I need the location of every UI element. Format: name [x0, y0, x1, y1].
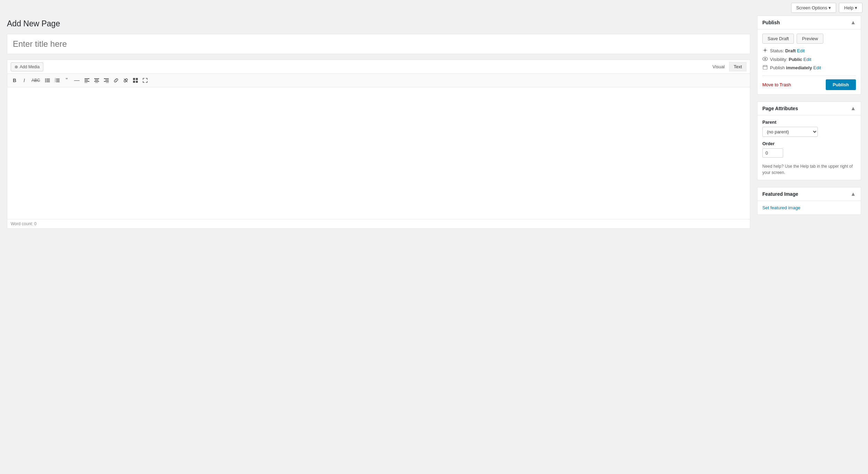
visibility-edit-link[interactable]: Edit — [804, 57, 811, 62]
featured-image-chevron-icon: ▲ — [850, 191, 856, 197]
help-chevron: ▾ — [855, 5, 857, 10]
add-media-label: Add Media — [20, 64, 39, 69]
svg-rect-19 — [95, 82, 98, 83]
link-button[interactable] — [112, 76, 121, 85]
status-edit-link[interactable]: Edit — [797, 48, 805, 53]
svg-rect-28 — [136, 81, 138, 83]
svg-point-35 — [764, 58, 766, 60]
table-button[interactable] — [131, 76, 140, 85]
page-title: Add New Page — [7, 16, 750, 28]
featured-image-header[interactable]: Featured Image ▲ — [758, 187, 861, 201]
order-input[interactable] — [762, 148, 783, 158]
page-attributes-title: Page Attributes — [762, 106, 798, 111]
visibility-row: Visibility: Public Edit — [762, 56, 856, 62]
svg-rect-27 — [133, 81, 135, 83]
title-input[interactable] — [7, 34, 750, 54]
help-button[interactable]: Help ▾ — [839, 3, 862, 13]
editor-toolbar: B I ABC 123 " — — [7, 74, 750, 87]
order-label: Order — [762, 141, 856, 146]
align-left-button[interactable] — [82, 76, 91, 85]
tab-text[interactable]: Text — [729, 62, 746, 71]
status-value: Draft — [785, 48, 796, 53]
svg-point-29 — [764, 49, 766, 51]
svg-rect-12 — [85, 78, 89, 79]
editor-tabs: Visual Text — [708, 62, 746, 71]
preview-button[interactable]: Preview — [797, 34, 823, 44]
svg-point-3 — [45, 79, 46, 80]
hr-button[interactable]: — — [72, 76, 82, 85]
svg-text:3: 3 — [55, 80, 56, 82]
calendar-icon — [762, 65, 768, 71]
add-media-button[interactable]: ⊕ Add Media — [11, 62, 43, 71]
publish-button[interactable]: Publish — [826, 79, 856, 90]
svg-rect-0 — [46, 79, 50, 79]
visibility-value: Public — [789, 57, 802, 62]
publish-chevron-icon: ▲ — [850, 19, 856, 26]
svg-rect-25 — [133, 78, 135, 80]
align-center-button[interactable] — [92, 76, 101, 85]
visibility-icon — [762, 56, 768, 62]
svg-rect-1 — [46, 80, 50, 81]
editor-footer: Word count: 0 — [7, 219, 750, 228]
editor-body[interactable] — [7, 87, 750, 219]
svg-rect-2 — [46, 81, 50, 82]
svg-rect-13 — [85, 80, 88, 80]
publish-box: Publish ▲ Save Draft Preview — [757, 16, 861, 95]
svg-rect-6 — [56, 79, 60, 79]
page-attributes-header[interactable]: Page Attributes ▲ — [758, 102, 861, 115]
page-attributes-content: Parent (no parent) Order Need help? Use … — [758, 115, 861, 180]
move-to-trash-button[interactable]: Move to Trash — [762, 82, 791, 87]
page-attributes-chevron-icon: ▲ — [850, 105, 856, 112]
svg-point-4 — [45, 80, 46, 81]
help-label: Help — [844, 5, 853, 10]
numbered-list-button[interactable]: 123 — [53, 76, 62, 85]
sidebar: Publish ▲ Save Draft Preview — [757, 16, 861, 222]
featured-image-box: Featured Image ▲ Set featured image — [757, 187, 861, 215]
publish-actions: Save Draft Preview — [762, 34, 856, 44]
align-right-button[interactable] — [102, 76, 111, 85]
svg-rect-15 — [85, 82, 87, 83]
set-featured-image-link[interactable]: Set featured image — [762, 205, 800, 210]
fullscreen-button[interactable] — [141, 76, 150, 85]
svg-rect-17 — [95, 80, 98, 80]
featured-image-title: Featured Image — [762, 191, 798, 197]
publish-footer: Move to Trash Publish — [762, 76, 856, 90]
svg-rect-26 — [136, 78, 138, 80]
svg-point-5 — [45, 81, 46, 82]
publish-time-value: immediately — [786, 65, 812, 70]
publish-box-header[interactable]: Publish ▲ — [758, 16, 861, 29]
editor-top-bar: ⊕ Add Media Visual Text — [7, 60, 750, 74]
svg-rect-18 — [94, 81, 99, 82]
blockquote-button[interactable]: " — [62, 76, 71, 85]
svg-rect-7 — [56, 80, 60, 81]
publish-box-content: Save Draft Preview Status: Draft Edit — [758, 29, 861, 94]
add-media-icon: ⊕ — [15, 64, 18, 69]
screen-options-label: Screen Options — [796, 5, 827, 10]
bold-button[interactable]: B — [10, 76, 19, 85]
parent-select[interactable]: (no parent) — [762, 127, 818, 137]
page-attributes-box: Page Attributes ▲ Parent (no parent) Ord… — [757, 102, 861, 180]
svg-rect-23 — [106, 82, 109, 83]
content-area: Add New Page ⊕ Add Media Visual Text — [7, 16, 750, 229]
editor-wrap: ⊕ Add Media Visual Text B I ABC — [7, 60, 750, 229]
svg-rect-14 — [85, 81, 89, 82]
svg-rect-36 — [763, 65, 767, 69]
svg-rect-22 — [104, 81, 109, 82]
strikethrough-button[interactable]: ABC — [29, 76, 42, 85]
svg-rect-20 — [104, 78, 109, 79]
top-bar: Screen Options ▾ Help ▾ — [0, 0, 868, 16]
featured-image-content: Set featured image — [758, 201, 861, 214]
screen-options-button[interactable]: Screen Options ▾ — [791, 3, 836, 13]
save-draft-button[interactable]: Save Draft — [762, 34, 794, 44]
unlink-button[interactable] — [121, 76, 130, 85]
status-row: Status: Draft Edit — [762, 48, 856, 54]
svg-rect-21 — [105, 80, 109, 80]
publish-time-row: Publish immediately Edit — [762, 65, 856, 71]
italic-button[interactable]: I — [20, 76, 29, 85]
parent-label: Parent — [762, 120, 856, 125]
publish-time-edit-link[interactable]: Edit — [813, 65, 821, 70]
tab-visual[interactable]: Visual — [708, 62, 729, 71]
svg-rect-8 — [56, 81, 60, 82]
bullet-list-button[interactable] — [43, 76, 52, 85]
publish-title: Publish — [762, 20, 780, 25]
